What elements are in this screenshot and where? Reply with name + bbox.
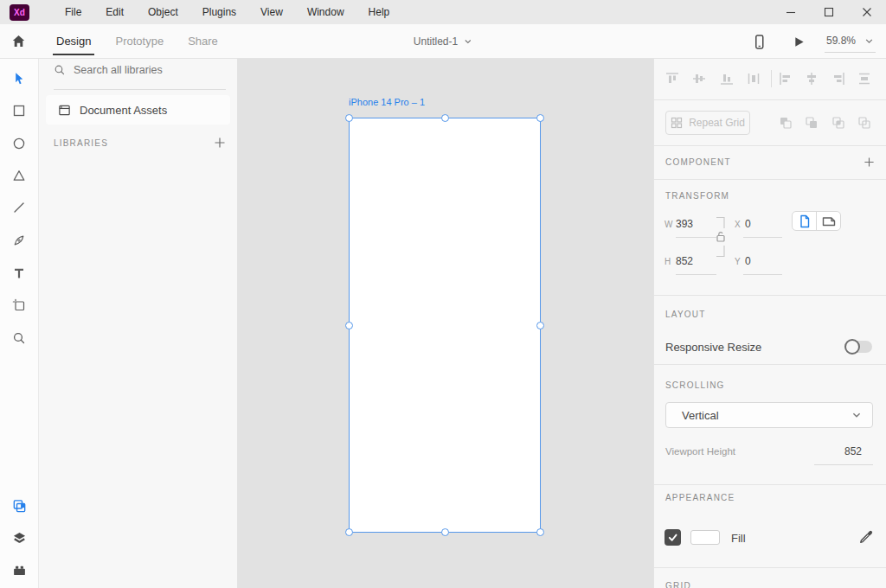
resize-handle-middle-right[interactable] — [536, 322, 544, 329]
triangle-icon — [12, 169, 26, 182]
search-icon — [54, 64, 66, 76]
repeat-grid-button[interactable]: Repeat Grid — [665, 111, 750, 135]
document-assets-item[interactable]: Document Assets — [46, 95, 230, 125]
document-title: Untitled-1 — [414, 35, 458, 48]
minimize-button[interactable] — [772, 0, 810, 24]
resize-handle-bottom-right[interactable] — [536, 528, 544, 536]
eyedropper-button[interactable] — [858, 530, 873, 545]
align-left-icon — [778, 71, 793, 86]
tab-share[interactable]: Share — [186, 24, 220, 59]
zoom-level-control[interactable]: 59.8% — [825, 30, 876, 53]
line-tool[interactable] — [0, 195, 38, 220]
polygon-tool[interactable] — [0, 163, 38, 189]
portrait-orientation-button[interactable] — [793, 212, 816, 230]
layers-panel-button[interactable] — [0, 525, 38, 551]
boolean-exclude-button[interactable] — [857, 116, 871, 130]
menu-window[interactable]: Window — [295, 0, 356, 24]
maximize-button[interactable] — [810, 0, 848, 24]
resize-handle-top-right[interactable] — [536, 114, 544, 122]
boolean-intersect-button[interactable] — [831, 116, 845, 130]
close-icon — [862, 7, 872, 17]
boolean-subtract-icon — [805, 116, 819, 130]
y-value[interactable]: 0 — [745, 255, 751, 267]
document-title-control[interactable]: Untitled-1 — [414, 24, 472, 59]
menu-view[interactable]: View — [248, 0, 295, 24]
tab-design[interactable]: Design — [55, 24, 93, 59]
artboard-tool[interactable] — [0, 292, 38, 318]
add-component-button[interactable] — [864, 157, 875, 168]
x-value[interactable]: 0 — [745, 218, 751, 230]
viewport-height-value[interactable]: 852 — [844, 445, 862, 457]
x-field-underline — [743, 237, 782, 238]
unlock-icon — [717, 233, 724, 241]
zoom-tool[interactable] — [0, 325, 38, 351]
align-bottom-button[interactable] — [719, 71, 735, 86]
pen-icon — [12, 233, 26, 247]
tool-strip — [0, 59, 39, 588]
select-tool[interactable] — [0, 66, 38, 92]
resize-handle-top-center[interactable] — [441, 114, 449, 122]
distribute-horizontal-button[interactable] — [746, 71, 761, 86]
add-library-button[interactable] — [214, 137, 226, 149]
menu-file[interactable]: File — [53, 0, 93, 24]
align-top-button[interactable] — [664, 71, 680, 86]
magnifier-icon — [12, 331, 26, 345]
artboard[interactable] — [349, 118, 541, 533]
plus-icon — [864, 157, 875, 168]
checkmark-icon — [667, 532, 678, 543]
resize-handle-bottom-center[interactable] — [441, 528, 449, 536]
text-tool[interactable] — [0, 260, 38, 286]
fill-label: Fill — [731, 532, 746, 545]
pen-tool[interactable] — [0, 227, 38, 253]
home-button[interactable] — [11, 34, 26, 48]
align-right-button[interactable] — [831, 71, 846, 86]
menu-help[interactable]: Help — [356, 0, 402, 24]
search-input[interactable] — [74, 64, 212, 76]
menu-object[interactable]: Object — [136, 0, 190, 24]
line-icon — [12, 201, 26, 214]
width-label: W — [664, 220, 672, 229]
repeat-grid-label: Repeat Grid — [689, 117, 745, 129]
close-button[interactable] — [848, 0, 886, 24]
desktop-preview-button[interactable] — [793, 35, 806, 48]
artboard-icon — [12, 298, 26, 312]
fill-color-swatch[interactable] — [690, 530, 720, 545]
zoom-level-value: 59.8% — [826, 35, 856, 47]
appearance-header: APPEARANCE — [665, 493, 735, 502]
tab-prototype[interactable]: Prototype — [113, 24, 165, 59]
height-value[interactable]: 852 — [676, 255, 693, 267]
boolean-add-button[interactable] — [779, 116, 793, 130]
section-divider — [654, 567, 886, 568]
menu-plugins[interactable]: Plugins — [190, 0, 248, 24]
section-divider — [654, 179, 886, 180]
boolean-exclude-icon — [857, 116, 871, 130]
device-preview-button[interactable] — [752, 35, 767, 49]
assets-panel-button[interactable] — [0, 493, 38, 519]
ellipse-tool[interactable] — [0, 131, 38, 157]
rectangle-tool[interactable] — [0, 98, 38, 124]
lock-aspect-control[interactable] — [713, 216, 729, 258]
scroll-direction-select[interactable]: Vertical — [665, 402, 873, 428]
align-horizontal-center-icon — [804, 71, 819, 86]
align-horizontal-center-button[interactable] — [804, 71, 819, 86]
resize-handle-bottom-left[interactable] — [345, 528, 353, 536]
landscape-orientation-button[interactable] — [816, 212, 840, 230]
artboard-title[interactable]: iPhone 14 Pro – 1 — [349, 97, 425, 107]
align-vertical-center-button[interactable] — [691, 71, 707, 86]
boolean-subtract-button[interactable] — [805, 116, 819, 130]
assets-icon — [12, 499, 27, 514]
menu-edit[interactable]: Edit — [93, 0, 136, 24]
resize-handle-top-left[interactable] — [345, 114, 353, 122]
align-left-button[interactable] — [778, 71, 793, 86]
plugins-panel-button[interactable] — [0, 557, 38, 583]
distribute-vertical-button[interactable] — [857, 71, 872, 86]
portrait-page-icon — [799, 214, 811, 228]
responsive-resize-toggle[interactable] — [846, 341, 872, 353]
width-value[interactable]: 393 — [676, 218, 693, 230]
distribute-vertical-icon — [857, 71, 872, 86]
resize-handle-middle-left[interactable] — [345, 322, 353, 329]
canvas[interactable]: iPhone 14 Pro – 1 — [238, 59, 653, 588]
fill-checkbox[interactable] — [664, 529, 681, 546]
scrolling-header: SCROLLING — [665, 380, 725, 390]
section-divider — [654, 364, 886, 365]
